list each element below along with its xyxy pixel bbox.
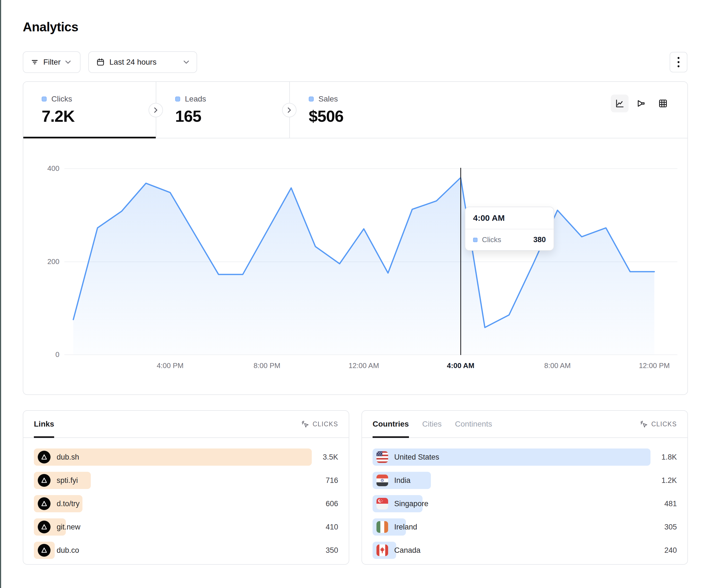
clicks-legend-swatch [42,96,47,101]
list-item[interactable]: git.new 410 [34,518,338,536]
active-tab-underline [23,137,156,138]
stat-label: Sales [319,95,338,104]
line-chart-icon [615,98,625,109]
list-item-value: 3.5K [323,453,338,461]
calendar-icon [96,58,105,67]
date-range-label: Last 24 hours [109,58,156,67]
x-axis-tick-label: 4:00 AM [447,361,474,370]
left-edge-divider [0,0,1,588]
tab-label: Continents [455,420,492,429]
countries-panel: Countries Cities Continents CLICKS Unite… [362,410,688,565]
tooltip-value: 380 [533,235,546,244]
cursor-click-icon [640,420,648,428]
list-item[interactable]: dub.sh 3.5K [34,449,338,466]
chevron-right-icon [154,107,158,113]
list-item-value: 481 [664,499,677,508]
list-item-label: Canada [394,546,421,555]
dub-logo-icon [38,451,50,463]
chart-area-fill [73,178,654,355]
table-icon [658,98,668,109]
x-axis-tick-label: 8:00 PM [254,361,280,370]
stat-value: 7.2K [42,107,156,126]
funnel-chart-toggle[interactable] [632,95,650,112]
metric-label: CLICKS [313,421,338,428]
list-item[interactable]: India 1.2K [372,472,677,489]
line-chart-toggle[interactable] [611,95,628,112]
x-axis-tick-label: 12:00 AM [348,361,379,370]
flag-us-icon [376,451,388,463]
flag-in-icon [376,475,388,486]
table-view-toggle[interactable] [654,95,672,112]
list-item-value: 1.8K [661,453,677,461]
list-item[interactable]: Ireland 305 [372,518,677,536]
tab-continents[interactable]: Continents [455,411,492,437]
list-item-label: d.to/try [57,499,80,508]
list-item-label: spti.fyi [57,476,78,485]
list-item-label: India [394,476,411,485]
flag-sg-icon [376,498,388,510]
tab-label: Countries [372,420,409,429]
chart-canvas [23,138,687,394]
flag-ca-icon [376,544,388,556]
leads-legend-swatch [175,96,180,101]
stat-label: Leads [185,95,206,104]
stat-label: Clicks [51,95,72,104]
list-item-value: 606 [326,499,338,508]
page-title: Analytics [23,19,78,35]
stat-tabs-row: Clicks 7.2K Leads 165 Sales $506 [23,82,687,138]
tab-countries[interactable]: Countries [372,411,409,437]
filter-button[interactable]: Filter [23,51,81,73]
chevron-right-icon [287,107,291,113]
chart-type-toggles [611,95,672,112]
dub-logo-icon [38,544,50,557]
kebab-menu-icon [677,56,680,68]
x-axis-tick-label: 8:00 AM [544,361,570,370]
tab-label: Cities [422,420,442,429]
x-axis-tick-label: 12:00 PM [639,361,670,370]
list-item[interactable]: dub.co 350 [34,542,338,559]
list-item[interactable]: United States 1.8K [372,449,677,466]
list-item-label: Singapore [394,499,428,508]
list-item-label: dub.sh [57,453,79,461]
list-item[interactable]: d.to/try 606 [34,495,338,512]
expand-leads-button[interactable] [282,103,297,117]
countries-metric-selector[interactable]: CLICKS [640,420,677,428]
expand-clicks-button[interactable] [149,103,163,117]
sales-legend-swatch [309,96,314,101]
dub-logo-icon [38,497,50,510]
stat-value: 165 [175,107,289,126]
tab-cities[interactable]: Cities [422,411,442,437]
list-item-label: dub.co [57,546,79,555]
cursor-click-icon [301,420,309,428]
list-item[interactable]: Canada 240 [372,542,677,559]
chevron-down-icon [183,60,189,64]
clicks-area-chart[interactable]: 0200400 4:00 PM8:00 PM12:00 AM4:00 AM8:0… [23,138,687,394]
chevron-down-icon [65,60,71,64]
clicks-legend-swatch [473,238,477,242]
date-range-button[interactable]: Last 24 hours [88,51,197,73]
filter-icon [30,58,39,66]
list-item[interactable]: Singapore 481 [372,495,677,512]
more-options-button[interactable] [670,52,687,72]
list-item-label: Ireland [394,523,417,532]
tab-clicks[interactable]: Clicks 7.2K [23,82,156,138]
links-metric-selector[interactable]: CLICKS [301,420,338,428]
flag-ie-icon [376,521,388,533]
list-item-value: 1.2K [661,476,677,485]
list-item-label: United States [394,453,439,461]
tab-leads[interactable]: Leads 165 [156,82,289,138]
links-panel: Links CLICKS dub.sh 3.5K spti.fyi 716 [23,410,349,565]
tab-links[interactable]: Links [34,411,54,437]
analytics-card: Clicks 7.2K Leads 165 Sales $506 [23,81,688,395]
list-item[interactable]: spti.fyi 716 [34,472,338,489]
list-item-value: 716 [326,476,338,485]
tooltip-time: 4:00 AM [465,207,554,229]
chart-crosshair [460,168,461,355]
tooltip-series-label: Clicks [482,235,501,244]
x-axis-tick-label: 4:00 PM [156,361,184,370]
funnel-chart-icon [636,98,646,109]
filter-button-label: Filter [43,58,61,67]
list-item-label: git.new [57,523,81,532]
dub-logo-icon [38,474,50,487]
list-item-value: 305 [664,523,677,532]
